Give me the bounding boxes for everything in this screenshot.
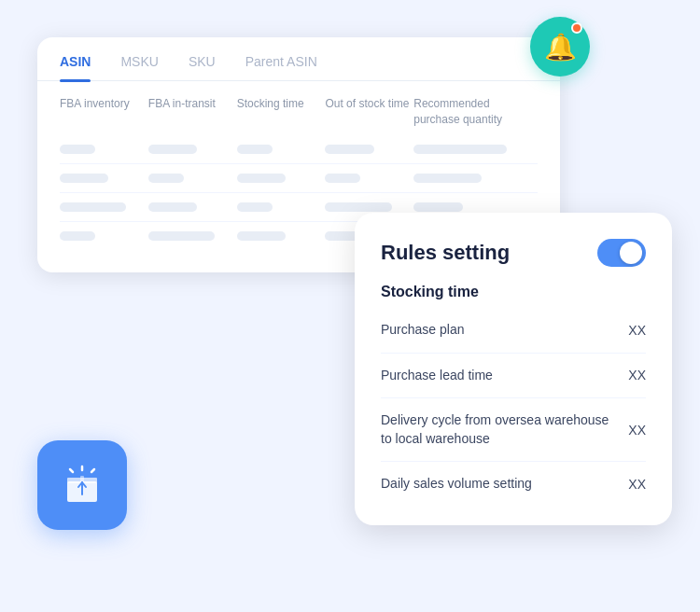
rules-item-value: XX xyxy=(628,368,646,382)
rules-item-label: Purchase plan xyxy=(381,321,617,340)
cell xyxy=(237,174,326,183)
cell xyxy=(60,145,148,154)
rules-list: Purchase plan XX Purchase lead time XX D… xyxy=(381,308,646,507)
cell xyxy=(148,174,237,183)
cell xyxy=(237,202,326,212)
tab-msku[interactable]: MSKU xyxy=(120,54,158,80)
cell xyxy=(148,145,237,154)
rules-item-label: Delivery cycle from oversea warehouse to… xyxy=(381,411,617,448)
cell xyxy=(237,231,326,241)
cell xyxy=(413,145,538,154)
rules-item-delivery-cycle: Delivery cycle from oversea warehouse to… xyxy=(381,398,646,462)
col-recommended-qty: Recommended purchase quantity xyxy=(413,96,538,128)
rules-item-label: Daily sales volume setting xyxy=(381,475,617,494)
cell xyxy=(325,202,413,212)
rules-item-label: Purchase lead time xyxy=(381,367,617,385)
toggle-knob xyxy=(620,242,642,264)
cell xyxy=(413,174,538,183)
rules-item-purchase-lead-time: Purchase lead time XX xyxy=(381,354,646,399)
cell xyxy=(325,145,413,154)
cell xyxy=(413,202,538,212)
svg-line-4 xyxy=(70,469,73,472)
col-out-of-stock: Out of stock time xyxy=(325,96,413,128)
rules-header: Rules setting xyxy=(381,239,646,267)
toggle-switch[interactable] xyxy=(597,239,646,267)
rules-title: Rules setting xyxy=(381,241,510,265)
rules-item-purchase-plan: Purchase plan XX xyxy=(381,308,646,354)
svg-line-5 xyxy=(91,469,94,472)
table-row xyxy=(60,135,538,164)
notification-bell[interactable]: 🔔 xyxy=(530,17,590,76)
cell xyxy=(60,202,148,212)
tab-sku[interactable]: SKU xyxy=(189,54,216,80)
cell xyxy=(325,174,413,183)
rules-item-value: XX xyxy=(628,323,646,338)
cell xyxy=(60,174,148,183)
rules-item-value: XX xyxy=(628,477,646,492)
cell xyxy=(148,202,237,212)
tab-bar: ASIN MSKU SKU Parent ASIN xyxy=(37,37,560,81)
box-icon-container xyxy=(37,440,127,530)
cell xyxy=(237,145,326,154)
box-icon xyxy=(58,461,106,509)
table-row xyxy=(60,164,538,193)
cell xyxy=(148,231,237,241)
cell xyxy=(60,231,148,241)
col-fba-intransit: FBA in-transit xyxy=(148,96,237,128)
tab-asin[interactable]: ASIN xyxy=(60,54,91,80)
rules-card: Rules setting Stocking time Purchase pla… xyxy=(355,213,672,525)
col-fba-inventory: FBA inventory xyxy=(60,96,148,128)
table-header: FBA inventory FBA in-transit Stocking ti… xyxy=(37,81,560,135)
stocking-time-label: Stocking time xyxy=(381,284,646,300)
tab-parent-asin[interactable]: Parent ASIN xyxy=(245,54,317,80)
rules-item-daily-sales: Daily sales volume setting XX xyxy=(381,462,646,507)
notification-dot xyxy=(571,22,582,34)
col-stocking-time: Stocking time xyxy=(237,96,326,128)
rules-item-value: XX xyxy=(628,423,646,438)
bell-icon: 🔔 xyxy=(544,32,577,63)
